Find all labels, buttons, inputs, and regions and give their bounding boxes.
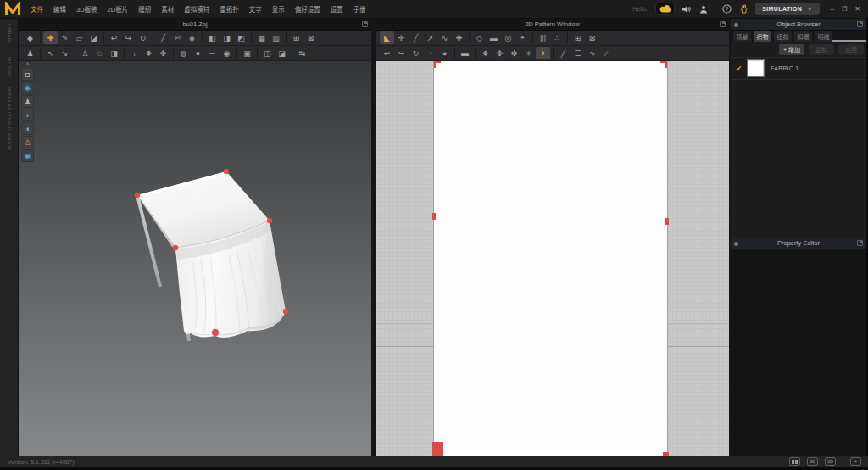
texture-edit-icon[interactable]: ✦ <box>536 47 550 59</box>
dart-icon[interactable]: ◓ <box>515 31 530 44</box>
menu-item-8[interactable]: 文字 <box>244 4 267 14</box>
viewport-3d[interactable]: ∧◘✱♟◗◖♙◉ <box>19 61 371 456</box>
fabric-check-icon[interactable]: ✔ <box>731 64 747 73</box>
document-tab[interactable]: bu01.Zpj <box>182 20 207 28</box>
plane-a-icon[interactable]: ◫ <box>260 47 275 59</box>
pin-roof-front[interactable] <box>173 245 178 250</box>
collapse-toolbar-icon[interactable]: ∧ <box>25 61 29 67</box>
detach-pe-icon[interactable] <box>857 240 863 246</box>
minimize-button[interactable]: – <box>831 5 834 13</box>
fabric-a-icon[interactable]: ❖ <box>478 47 492 59</box>
simulation-button[interactable]: SIMULATION ▼ <box>755 3 819 15</box>
measure-icon[interactable]: ↹ <box>295 47 309 59</box>
arrange-b-icon[interactable]: ↘ <box>58 47 72 59</box>
show-cloth-blue-icon[interactable]: ◗ <box>21 109 34 121</box>
menu-item-7[interactable]: 重拓扑 <box>214 4 244 14</box>
mannequin-b-icon[interactable]: ♘ <box>92 47 107 59</box>
polygon-icon[interactable]: ◇ <box>472 31 487 44</box>
2d-view-button[interactable]: 2D <box>825 457 836 466</box>
arrange-a-icon[interactable]: ↖ <box>43 47 58 59</box>
show-head-icon[interactable]: ♙ <box>21 136 34 148</box>
fabric-swatch[interactable] <box>747 59 765 77</box>
notch-icon[interactable]: ▬ <box>458 47 472 59</box>
ob-tab-2[interactable]: 纽扣 <box>774 31 792 42</box>
pin-roof-left[interactable] <box>135 193 140 198</box>
select-move-icon[interactable]: ✚ <box>43 31 58 44</box>
pin-down-icon[interactable]: ↓ <box>127 47 142 59</box>
sew-2d-c-icon[interactable]: ↻ <box>409 47 423 59</box>
pin-pe-icon[interactable] <box>734 242 738 246</box>
menu-item-5[interactable]: 素材 <box>156 4 179 14</box>
curve-line-icon[interactable]: ∿ <box>585 47 599 59</box>
menu-item-10[interactable]: 偏好设置 <box>290 4 326 14</box>
pen-3d-icon[interactable]: ✎ <box>58 31 72 44</box>
menu-item-6[interactable]: 虚拟模特 <box>179 4 214 14</box>
close-button[interactable]: ✕ <box>854 5 860 13</box>
ob-tab-4[interactable]: 明线 <box>815 31 832 42</box>
viewport-2d[interactable] <box>376 61 729 456</box>
mannequin-c-icon[interactable]: ◨ <box>107 47 121 59</box>
pattern-piece[interactable] <box>433 61 668 456</box>
layer-a-icon[interactable]: ▦ <box>254 31 269 44</box>
circle-icon[interactable]: ◎ <box>501 31 515 44</box>
pattern-pin-bottom-left[interactable] <box>432 442 443 456</box>
slash-line-icon[interactable]: ⁄ <box>599 47 614 59</box>
rectangle-icon[interactable]: ▬ <box>487 31 501 44</box>
edit-curvature-icon[interactable]: ∿ <box>437 31 452 44</box>
dock-tab-modular-configurator[interactable]: MODULAR CONFIGURATOR <box>7 87 12 150</box>
edit-curve-icon[interactable]: ↗ <box>423 31 437 44</box>
menu-item-3[interactable]: 2D板片 <box>103 4 134 14</box>
fabric-b-icon[interactable]: ✤ <box>492 47 507 59</box>
cloth-b-icon[interactable]: ✤ <box>156 47 170 59</box>
restore-button[interactable]: ❐ <box>842 6 847 13</box>
tape-a-icon[interactable]: ◍ <box>176 47 191 59</box>
sew-free-icon[interactable]: ✄ <box>170 31 185 44</box>
gesture-hand-icon[interactable] <box>738 4 749 14</box>
wind-icon[interactable]: ◧ <box>205 31 220 44</box>
3d-view-button[interactable]: 3D <box>807 457 818 466</box>
seam-allowance-icon[interactable]: ∴ <box>550 31 565 44</box>
detach-3d-icon[interactable] <box>362 21 368 27</box>
plane-b-icon[interactable]: ◪ <box>275 47 289 59</box>
edit-point-icon[interactable]: ╱ <box>409 31 423 44</box>
menu-item-1[interactable]: 编辑 <box>48 4 71 14</box>
menu-item-4[interactable]: 缝纫 <box>133 4 156 14</box>
render-view-button[interactable]: ✦ <box>850 457 861 466</box>
fold-3d-icon[interactable]: ↻ <box>136 31 150 44</box>
menu-item-9[interactable]: 显示 <box>267 4 290 14</box>
grid-b-icon[interactable]: ⊠ <box>303 31 318 44</box>
solidify-icon[interactable]: ◩ <box>234 31 248 44</box>
rect-3d-icon[interactable]: ▱ <box>72 31 86 44</box>
fabric-row[interactable]: ✔FABRIC 1 <box>731 58 866 80</box>
sew-segment-icon[interactable]: ╱ <box>156 31 170 44</box>
fold-arrangement-icon[interactable]: ↩ <box>107 31 121 44</box>
ob-button-0[interactable]: + 增加 <box>779 44 804 55</box>
ob-tab-1[interactable]: 织物 <box>754 31 771 42</box>
pin-cloth-bottom[interactable] <box>212 329 219 336</box>
add-point-icon[interactable]: ✚ <box>452 31 466 44</box>
line-a-icon[interactable]: ╱ <box>556 47 570 59</box>
show-garment-icon[interactable]: ◘ <box>21 68 34 81</box>
show-cloth-gray-icon[interactable]: ◖ <box>21 122 34 135</box>
menu-item-11[interactable]: 设置 <box>326 4 348 14</box>
ob-tab-0[interactable]: 场景 <box>733 31 751 42</box>
grid-a-icon[interactable]: ⊞ <box>289 31 303 44</box>
detach-ob-icon[interactable] <box>857 21 863 27</box>
menu-item-12[interactable]: 手册 <box>348 4 371 14</box>
pleats-icon[interactable]: ||| <box>536 31 550 44</box>
show-sphere-icon[interactable]: ◉ <box>21 149 34 162</box>
grid-2d-a-icon[interactable]: ⊞ <box>570 31 585 44</box>
ob-tab-3[interactable]: 扣眼 <box>794 31 812 42</box>
speaker-icon[interactable] <box>681 5 692 14</box>
grid-2d-b-icon[interactable]: ⊠ <box>585 31 599 44</box>
pin-roof-right[interactable] <box>267 218 272 223</box>
ob-button-2[interactable]: 应用 <box>838 44 864 55</box>
pin-panel-icon[interactable] <box>734 23 738 27</box>
pin-roof-top[interactable] <box>224 169 229 174</box>
dock-tab-library[interactable]: LIBRARY <box>7 24 12 44</box>
transform-pattern-icon[interactable]: ◣ <box>380 31 394 44</box>
app-logo-icon[interactable] <box>0 0 25 19</box>
fold-angle-icon[interactable]: ↪ <box>121 31 136 44</box>
fabric-c-icon[interactable]: ✻ <box>507 47 521 59</box>
pin-cloth-right[interactable] <box>283 309 288 314</box>
